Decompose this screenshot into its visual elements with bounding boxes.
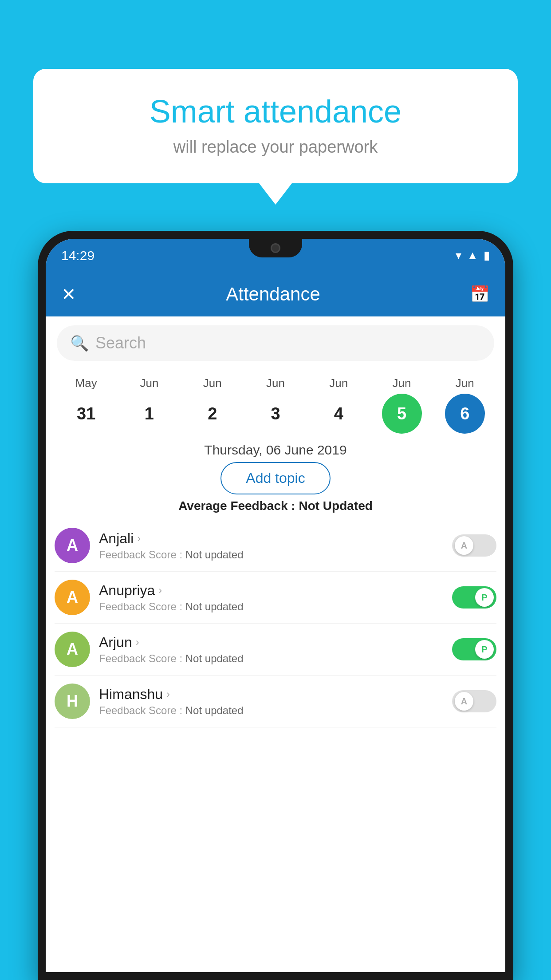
search-bar[interactable]: 🔍 Search <box>57 325 494 361</box>
calendar-date-col[interactable]: Jun6 <box>438 376 492 434</box>
cal-day-number[interactable]: 2 <box>193 394 232 434</box>
add-topic-button[interactable]: Add topic <box>220 462 330 494</box>
calendar-date-col[interactable]: Jun1 <box>122 376 176 434</box>
attendance-toggle-wrap[interactable]: A <box>452 690 496 712</box>
chevron-right-icon: › <box>136 636 139 648</box>
feedback-value: Not updated <box>185 601 244 612</box>
cal-month-label: Jun <box>266 376 285 390</box>
attendance-toggle[interactable]: P <box>452 638 496 660</box>
student-info: Anjali ›Feedback Score : Not updated <box>99 530 443 561</box>
search-placeholder: Search <box>95 334 146 352</box>
student-name: Anupriya › <box>99 582 443 599</box>
student-feedback-label: Feedback Score : Not updated <box>99 652 443 665</box>
notch <box>249 239 302 257</box>
cal-month-label: Jun <box>329 376 348 390</box>
cal-day-number[interactable]: 6 <box>445 394 485 434</box>
avg-feedback-value: Not Updated <box>299 499 372 513</box>
student-avatar: A <box>55 632 90 667</box>
status-icons: ▾ ▲ ▮ <box>456 249 490 262</box>
chevron-right-icon: › <box>158 584 162 597</box>
calendar-date-col[interactable]: Jun2 <box>186 376 239 434</box>
attendance-toggle[interactable]: P <box>452 586 496 609</box>
calendar-date-col[interactable]: Jun5 <box>375 376 429 434</box>
selected-date-label: Thursday, 06 June 2019 <box>46 443 505 458</box>
cal-day-number[interactable]: 4 <box>319 394 358 434</box>
student-name: Arjun › <box>99 634 443 651</box>
cal-month-label: May <box>75 376 97 390</box>
student-name: Anjali › <box>99 530 443 547</box>
avg-feedback: Average Feedback : Not Updated <box>46 499 505 513</box>
attendance-toggle[interactable]: A <box>452 534 496 557</box>
cal-day-number[interactable]: 3 <box>256 394 295 434</box>
student-list: AAnjali ›Feedback Score : Not updatedAAA… <box>46 520 505 727</box>
student-item[interactable]: HHimanshu ›Feedback Score : Not updatedA <box>55 676 496 727</box>
signal-icon: ▲ <box>467 249 478 262</box>
chevron-right-icon: › <box>137 532 141 545</box>
cal-day-number[interactable]: 5 <box>382 394 422 434</box>
phone-frame: 14:29 ▾ ▲ ▮ ✕ Attendance 📅 🔍 Search May3… <box>38 231 513 980</box>
toggle-knob: P <box>475 588 494 607</box>
student-avatar: A <box>55 580 90 615</box>
cal-month-label: Jun <box>456 376 474 390</box>
cal-month-label: Jun <box>140 376 158 390</box>
student-info: Arjun ›Feedback Score : Not updated <box>99 634 443 665</box>
attendance-toggle[interactable]: A <box>452 690 496 712</box>
student-item[interactable]: AArjun ›Feedback Score : Not updatedP <box>55 624 496 676</box>
status-time: 14:29 <box>61 248 94 263</box>
close-button[interactable]: ✕ <box>61 284 76 304</box>
feedback-value: Not updated <box>185 652 244 664</box>
calendar-date-col[interactable]: Jun4 <box>312 376 365 434</box>
toggle-knob: A <box>455 536 473 555</box>
speech-bubble: Smart attendance will replace your paper… <box>33 69 518 183</box>
wifi-icon: ▾ <box>456 249 461 262</box>
camera <box>271 243 280 253</box>
cal-day-number[interactable]: 31 <box>66 394 106 434</box>
avg-feedback-label: Average Feedback : <box>178 499 299 513</box>
student-feedback-label: Feedback Score : Not updated <box>99 704 443 717</box>
student-item[interactable]: AAnupriya ›Feedback Score : Not updatedP <box>55 572 496 624</box>
student-name: Himanshu › <box>99 686 443 703</box>
phone-screen: 14:29 ▾ ▲ ▮ ✕ Attendance 📅 🔍 Search May3… <box>46 239 505 972</box>
app-header: ✕ Attendance 📅 <box>46 272 505 316</box>
feedback-value: Not updated <box>185 704 244 716</box>
cal-day-number[interactable]: 1 <box>129 394 169 434</box>
toggle-knob: A <box>455 692 473 711</box>
cal-month-label: Jun <box>393 376 411 390</box>
app-title: Attendance <box>226 284 320 305</box>
search-icon: 🔍 <box>70 334 89 352</box>
student-info: Himanshu ›Feedback Score : Not updated <box>99 686 443 717</box>
student-avatar: A <box>55 528 90 563</box>
attendance-toggle-wrap[interactable]: A <box>452 534 496 557</box>
calendar-date-col[interactable]: Jun3 <box>249 376 302 434</box>
chevron-right-icon: › <box>166 688 170 700</box>
feedback-value: Not updated <box>185 549 244 561</box>
attendance-toggle-wrap[interactable]: P <box>452 586 496 609</box>
calendar-icon[interactable]: 📅 <box>470 285 490 304</box>
student-item[interactable]: AAnjali ›Feedback Score : Not updatedA <box>55 520 496 572</box>
speech-bubble-container: Smart attendance will replace your paper… <box>33 69 518 183</box>
toggle-knob: P <box>475 640 494 659</box>
cal-month-label: Jun <box>203 376 222 390</box>
student-feedback-label: Feedback Score : Not updated <box>99 549 443 561</box>
student-info: Anupriya ›Feedback Score : Not updated <box>99 582 443 613</box>
student-avatar: H <box>55 684 90 719</box>
bubble-subtitle: will replace your paperwork <box>60 138 491 157</box>
status-bar: 14:29 ▾ ▲ ▮ <box>46 239 505 272</box>
calendar-date-col[interactable]: May31 <box>59 376 113 434</box>
attendance-toggle-wrap[interactable]: P <box>452 638 496 660</box>
bubble-title: Smart attendance <box>60 93 491 130</box>
battery-icon: ▮ <box>484 249 490 262</box>
student-feedback-label: Feedback Score : Not updated <box>99 601 443 613</box>
calendar-row: May31Jun1Jun2Jun3Jun4Jun5Jun6 <box>46 370 505 436</box>
